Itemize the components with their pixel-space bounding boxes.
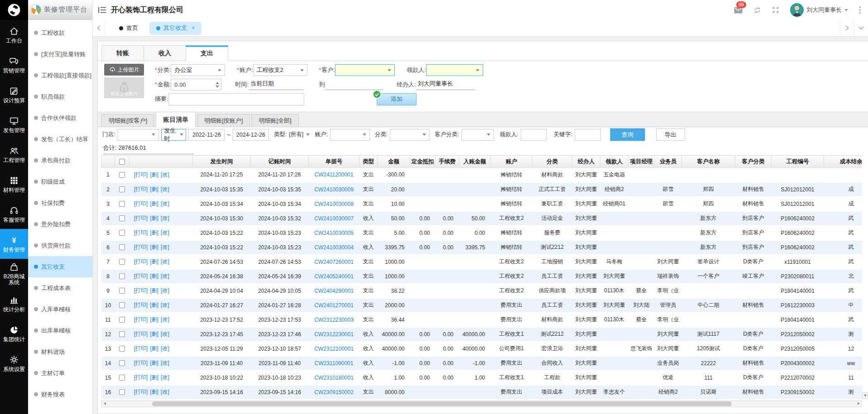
subtab-account-list[interactable]: 账目清单 — [156, 112, 196, 127]
row-checkbox[interactable] — [119, 302, 125, 308]
delete-link[interactable]: [删] — [150, 345, 158, 352]
sidebar-item-工程成本表[interactable]: 工程成本表 — [28, 277, 92, 299]
doc-number[interactable]: CW2312230001 — [309, 327, 360, 342]
header-业务员[interactable]: 业务员 — [655, 156, 682, 168]
rail-item-客服管理[interactable]: 客服管理 — [0, 199, 28, 229]
sidebar-item-主材订单[interactable]: 主材订单 — [28, 362, 92, 384]
sidebar-item-工程收款[interactable]: 工程收款 — [28, 22, 92, 43]
scroll-right-button[interactable] — [855, 401, 862, 407]
sidebar-item-职级提成[interactable]: 职级提成 — [28, 171, 92, 192]
rail-item-工作台[interactable]: 工作台 — [0, 20, 28, 50]
print-link[interactable]: [打印] — [134, 200, 148, 207]
date-mode-select[interactable]: 发生时 — [161, 129, 186, 141]
header-成本结余[interactable]: 成本结余 — [824, 156, 863, 168]
print-link[interactable]: [打印] — [134, 229, 148, 236]
fullscreen-icon[interactable] — [772, 6, 779, 14]
tabs-scroll-left-button[interactable] — [93, 20, 105, 36]
edit-link[interactable]: [改] — [161, 200, 169, 207]
row-checkbox[interactable] — [119, 375, 125, 381]
print-link[interactable]: [打印] — [134, 302, 148, 308]
tabs-scroll-right-button[interactable] — [840, 20, 854, 36]
image-placeholder[interactable]: 暂未上传图片 — [104, 77, 144, 98]
edit-link[interactable]: [改] — [161, 389, 169, 395]
sidebar-item-职员领款[interactable]: 职员领款 — [28, 86, 92, 107]
payee-select[interactable] — [426, 64, 483, 76]
store-select[interactable] — [117, 129, 159, 141]
amount-input[interactable]: 0.00 — [171, 79, 221, 90]
subtab-detail-by-account[interactable]: 明细账[按账户] — [197, 114, 250, 127]
doc-number[interactable]: CW2411200001 — [309, 168, 360, 182]
doc-number[interactable]: CW2404290001 — [309, 284, 360, 298]
collapse-menu-icon[interactable] — [98, 6, 106, 14]
row-checkbox[interactable] — [119, 288, 125, 294]
print-link[interactable]: [打印] — [134, 258, 148, 265]
header-类型[interactable]: 类型 — [360, 156, 378, 168]
header-客户分类[interactable]: 客户分类 — [735, 156, 772, 168]
row-checkbox[interactable] — [119, 389, 125, 395]
row-checkbox[interactable] — [119, 244, 125, 250]
sidebar-item-社保扣费[interactable]: 社保扣费 — [28, 192, 92, 214]
scroll-left-button[interactable] — [101, 401, 108, 407]
header-分类[interactable]: 分类 — [532, 156, 572, 168]
header-手续费[interactable]: 手续费 — [436, 156, 459, 168]
print-link[interactable]: [打印] — [134, 389, 148, 395]
edit-link[interactable]: [改] — [161, 258, 169, 265]
sidebar-item-材料进场[interactable]: 材料进场 — [28, 341, 92, 362]
tab-home[interactable]: 首页 — [112, 22, 145, 35]
subtab-detail-by-customer[interactable]: 明细账[按客户] — [101, 114, 154, 127]
print-link[interactable]: [打印] — [134, 287, 148, 294]
delete-link[interactable]: [删] — [150, 360, 158, 366]
tab-close-icon[interactable]: × — [192, 25, 195, 31]
edit-link[interactable]: [改] — [161, 345, 169, 352]
edit-link[interactable]: [改] — [161, 374, 169, 381]
type-select[interactable]: [所有] — [289, 131, 310, 138]
print-link[interactable]: [打印] — [134, 273, 148, 279]
user-menu[interactable]: 刘大同董事长 — [790, 3, 848, 17]
delete-link[interactable]: [删] — [150, 171, 158, 178]
doc-number[interactable]: CW2310180001 — [309, 371, 360, 385]
add-button[interactable]: 添加 — [377, 93, 417, 105]
time-to-input[interactable] — [325, 79, 383, 90]
category-select[interactable]: 办公室 — [171, 64, 225, 76]
header-发生时间[interactable]: 发生时间 — [193, 156, 251, 168]
print-link[interactable]: [打印] — [134, 316, 148, 323]
edit-link[interactable]: [改] — [161, 316, 169, 323]
horizontal-scrollbar-thumb[interactable] — [152, 401, 732, 406]
header-金额[interactable]: 金额 — [378, 156, 410, 168]
header-客户名称[interactable]: 客户名称 — [682, 156, 735, 168]
edit-link[interactable]: [改] — [161, 229, 169, 236]
print-link[interactable]: [打印] — [134, 360, 148, 366]
doc-number[interactable]: CW2410030005 — [309, 226, 360, 240]
edit-link[interactable]: [改] — [161, 331, 169, 337]
print-link[interactable]: [打印] — [134, 171, 148, 178]
row-checkbox[interactable] — [119, 331, 125, 337]
rail-item-财务管理[interactable]: ¥财务管理 — [0, 229, 28, 259]
doc-number[interactable]: CW2312100001 — [309, 342, 360, 356]
delete-link[interactable]: [删] — [150, 200, 158, 207]
print-link[interactable]: [打印] — [134, 331, 148, 337]
delete-link[interactable]: [删] — [150, 229, 158, 236]
delete-link[interactable]: [删] — [150, 215, 158, 221]
row-checkbox[interactable] — [119, 317, 125, 323]
rail-item-统计分析[interactable]: 统计分析 — [0, 289, 28, 319]
header-入账金额[interactable]: 入账金额 — [459, 156, 491, 168]
category-filter-select[interactable] — [390, 129, 430, 141]
upload-image-button[interactable]: 上传图片 — [104, 64, 144, 76]
tab-other-income-expense[interactable]: 其它收支 × — [149, 22, 201, 35]
export-button[interactable]: 导出 — [656, 128, 685, 141]
doc-number[interactable]: CW2311090001 — [309, 356, 360, 371]
header-经办人[interactable]: 经办人 — [572, 156, 600, 168]
select-all-checkbox[interactable] — [119, 159, 125, 165]
doc-number[interactable]: CW2410030008 — [309, 197, 360, 211]
print-link[interactable]: [打印] — [134, 345, 148, 352]
header-单据号[interactable]: 单据号 — [309, 156, 360, 168]
delete-link[interactable]: [删] — [150, 273, 158, 279]
row-checkbox[interactable] — [119, 259, 125, 265]
subtab-detail-all[interactable]: 明细账[全部] — [251, 114, 298, 127]
rail-item-B2B商城系统[interactable]: B2B商城系统 — [0, 259, 28, 289]
payee-filter-input[interactable] — [521, 129, 547, 141]
rail-item-系统设置[interactable]: 系统设置 — [0, 348, 28, 378]
keyword-input[interactable] — [575, 129, 601, 141]
doc-number[interactable]: CW2312230003 — [309, 313, 360, 327]
rail-item-营销管理[interactable]: 营销管理 — [0, 50, 28, 80]
